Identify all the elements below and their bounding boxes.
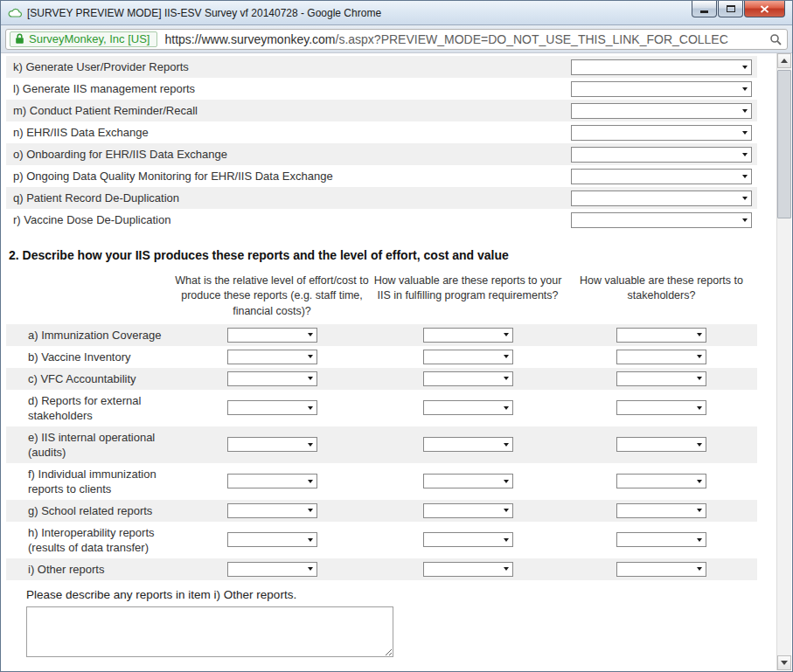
vertical-scrollbar[interactable] xyxy=(776,53,791,670)
dropdown-caret-icon xyxy=(504,443,509,447)
iis-value-select[interactable] xyxy=(423,532,513,547)
row-label: c) VFC Accountability xyxy=(6,371,172,386)
effort-select[interactable] xyxy=(227,503,317,518)
response-select[interactable] xyxy=(571,59,752,75)
dropdown-caret-icon xyxy=(504,567,509,571)
stakeholder-value-select[interactable] xyxy=(616,350,706,364)
row-label: f) Individual immunization reports to cl… xyxy=(6,467,172,496)
stakeholder-value-select[interactable] xyxy=(616,532,706,547)
scroll-down-button[interactable] xyxy=(777,655,791,670)
question-label: n) EHR/IIS Data Exchange xyxy=(13,126,149,139)
response-select[interactable] xyxy=(571,125,752,141)
table-row: f) Individual immunization reports to cl… xyxy=(6,463,757,500)
stakeholder-value-select[interactable] xyxy=(616,503,706,518)
iis-value-select[interactable] xyxy=(423,350,513,364)
table-row: a) Immunization Coverage xyxy=(6,324,757,346)
scrollbar-thumb[interactable] xyxy=(777,70,791,218)
dropdown-caret-icon xyxy=(504,480,509,483)
response-select[interactable] xyxy=(571,169,752,184)
dropdown-caret-icon xyxy=(308,377,313,380)
question-row: q) Patient Record De-Duplication xyxy=(6,187,757,209)
question-row: m) Conduct Patient Reminder/Recall xyxy=(6,100,757,121)
response-select[interactable] xyxy=(571,191,752,206)
iis-value-select[interactable] xyxy=(423,562,513,577)
dropdown-caret-icon xyxy=(504,406,509,410)
dropdown-caret-icon xyxy=(742,109,748,113)
url-text[interactable]: https://www.surveymonkey.com/s.aspx?PREV… xyxy=(164,32,764,46)
titlebar[interactable]: [SURVEY PREVIEW MODE] IIS-ESV Survey vf … xyxy=(1,1,792,25)
dropdown-caret-icon xyxy=(742,218,748,222)
survey-page: k) Generate User/Provider Reports l) Gen… xyxy=(2,53,776,670)
question-row: r) Vaccine Dose De-Duplication xyxy=(6,209,757,231)
window-title: [SURVEY PREVIEW MODE] IIS-ESV Survey vf … xyxy=(27,7,381,19)
row-label: i) Other reports xyxy=(6,562,172,577)
effort-select[interactable] xyxy=(227,474,317,488)
browser-window: [SURVEY PREVIEW MODE] IIS-ESV Survey vf … xyxy=(0,0,793,672)
question-label: l) Generate IIS management reports xyxy=(13,82,195,95)
iis-value-select[interactable] xyxy=(423,474,513,488)
dropdown-caret-icon xyxy=(308,333,313,336)
question2-title: 2. Describe how your IIS produces these … xyxy=(9,248,757,262)
matrix-column-header: How valuable are these reports to your I… xyxy=(372,274,564,304)
stakeholder-value-select[interactable] xyxy=(616,474,706,488)
question-label: k) Generate User/Provider Reports xyxy=(13,60,189,73)
table-row: g) School related reports xyxy=(6,500,757,522)
stakeholder-value-select[interactable] xyxy=(616,371,706,386)
response-select[interactable] xyxy=(571,81,752,97)
question-row: k) Generate User/Provider Reports xyxy=(6,56,757,78)
dropdown-caret-icon xyxy=(504,377,509,380)
response-select[interactable] xyxy=(571,103,752,119)
matrix-table: a) Immunization Coverage b) Vaccine Inve… xyxy=(6,324,757,580)
stakeholder-value-select[interactable] xyxy=(616,400,706,415)
effort-select[interactable] xyxy=(227,350,317,364)
close-button[interactable] xyxy=(744,1,785,17)
question-label: p) Ongoing Data Quality Monitoring for E… xyxy=(13,170,333,183)
dropdown-caret-icon xyxy=(504,333,509,336)
minimize-button[interactable] xyxy=(692,1,717,17)
stakeholder-value-select[interactable] xyxy=(616,562,706,577)
table-row: h) Interoperability reports (results of … xyxy=(6,522,757,558)
scroll-down-icon xyxy=(781,661,788,665)
iis-value-select[interactable] xyxy=(423,503,513,518)
iis-value-select[interactable] xyxy=(423,328,513,343)
dropdown-caret-icon xyxy=(697,355,702,358)
row-label: d) Reports for external stakeholders xyxy=(6,393,172,423)
stakeholder-value-select[interactable] xyxy=(616,437,706,452)
dropdown-caret-icon xyxy=(308,355,313,358)
effort-select[interactable] xyxy=(227,532,317,547)
browser-toolbar: SurveyMonkey, Inc [US] https://www.surve… xyxy=(1,25,792,53)
question-row: l) Generate IIS management reports xyxy=(6,78,757,100)
effort-select[interactable] xyxy=(227,328,317,343)
effort-select[interactable] xyxy=(227,400,317,415)
iis-value-select[interactable] xyxy=(423,437,513,452)
question-row: o) Onboarding for EHR/IIS Data Exchange xyxy=(6,143,757,165)
ssl-badge[interactable]: SurveyMonkey, Inc [US] xyxy=(10,31,157,47)
dropdown-caret-icon xyxy=(697,377,702,380)
window-controls xyxy=(692,1,785,17)
effort-select[interactable] xyxy=(227,371,317,386)
magnifier-icon[interactable] xyxy=(769,33,782,45)
question-row: p) Ongoing Data Quality Monitoring for E… xyxy=(6,165,757,187)
dropdown-caret-icon xyxy=(742,87,748,91)
dropdown-caret-icon xyxy=(697,567,702,571)
matrix-column-header: What is the relative level of effort/cos… xyxy=(172,274,372,319)
matrix-header-row: What is the relative level of effort/cos… xyxy=(6,274,757,319)
scroll-up-button[interactable] xyxy=(777,53,791,68)
iis-value-select[interactable] xyxy=(423,371,513,386)
question-label: q) Patient Record De-Duplication xyxy=(13,191,179,204)
effort-select[interactable] xyxy=(227,437,317,452)
stakeholder-value-select[interactable] xyxy=(616,328,706,343)
address-bar[interactable]: SurveyMonkey, Inc [US] https://www.surve… xyxy=(5,29,788,50)
maximize-button[interactable] xyxy=(718,1,743,17)
response-select[interactable] xyxy=(571,147,752,163)
dropdown-caret-icon xyxy=(742,153,748,156)
effort-select[interactable] xyxy=(227,562,317,577)
other-reports-textarea[interactable] xyxy=(26,606,393,657)
matrix-header-spacer xyxy=(6,274,172,319)
response-select[interactable] xyxy=(571,212,752,228)
dropdown-caret-icon xyxy=(308,538,313,542)
url-domain: https://www.surveymonkey.com xyxy=(164,32,335,46)
url-path: /s.aspx?PREVIEW_MODE=DO_NOT_USE_THIS_LIN… xyxy=(336,32,728,46)
iis-value-select[interactable] xyxy=(423,400,513,415)
table-row: e) IIS internal operational (audits) xyxy=(6,426,757,463)
